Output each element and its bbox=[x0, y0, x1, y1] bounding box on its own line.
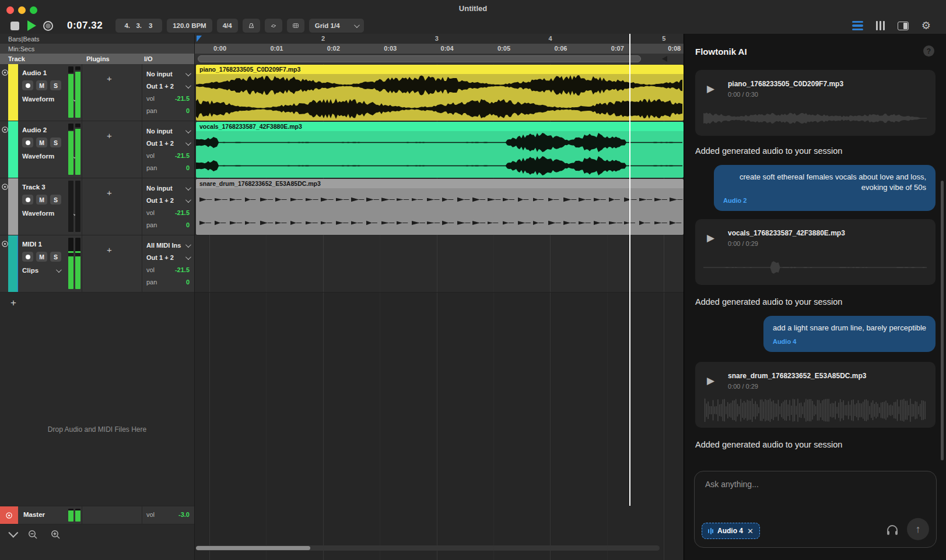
record-button[interactable] bbox=[43, 21, 53, 31]
play-icon[interactable]: ▶ bbox=[707, 375, 714, 387]
playhead[interactable] bbox=[629, 34, 630, 506]
timeline-scrollbar[interactable] bbox=[195, 54, 684, 64]
output-value: Out 1 + 2 bbox=[146, 197, 174, 204]
playback-marker-flag[interactable] bbox=[197, 36, 202, 42]
vol-value[interactable]: -21.5 bbox=[175, 95, 190, 102]
output-select[interactable]: Out 1 + 2 bbox=[146, 82, 190, 91]
record-enable-button[interactable] bbox=[22, 80, 33, 90]
clip-name-label[interactable]: vocals_1768233587_42F3880E.mp3 bbox=[196, 122, 684, 131]
mixer-view-button[interactable] bbox=[876, 21, 885, 30]
solo-button[interactable]: S bbox=[50, 195, 61, 205]
menu-button[interactable] bbox=[852, 21, 863, 30]
input-select[interactable]: All MIDI Ins bbox=[146, 241, 190, 250]
zoom-in-button[interactable] bbox=[51, 530, 61, 540]
record-enable-button[interactable] bbox=[22, 138, 33, 147]
input-value: No input bbox=[146, 128, 173, 135]
headphones-icon[interactable] bbox=[886, 524, 899, 536]
panel-scrollbar[interactable] bbox=[941, 181, 944, 460]
ruler-mode-seconds[interactable]: Min:Secs bbox=[0, 44, 194, 54]
mute-button[interactable]: M bbox=[36, 195, 47, 205]
midi-lane[interactable] bbox=[195, 235, 684, 293]
input-select[interactable]: No input bbox=[146, 69, 190, 79]
add-plugin-button[interactable]: + bbox=[107, 245, 112, 255]
help-button[interactable]: ? bbox=[923, 45, 934, 57]
stop-button[interactable] bbox=[10, 22, 19, 30]
pan-value[interactable]: 0 bbox=[186, 164, 190, 171]
mute-button[interactable]: M bbox=[36, 80, 47, 90]
side-panel-toggle-button[interactable] bbox=[898, 22, 909, 30]
track-header-audio-2[interactable]: Audio 2MSWaveform+No inputOut 1 + 2vol-2… bbox=[0, 121, 194, 178]
track-view-select[interactable]: Clips bbox=[22, 267, 60, 274]
pan-value[interactable]: 0 bbox=[186, 107, 190, 114]
input-select[interactable]: No input bbox=[146, 184, 190, 193]
output-select[interactable]: Out 1 + 2 bbox=[146, 196, 190, 205]
bars-ruler[interactable]: 2345 bbox=[195, 34, 684, 44]
chat-input-box[interactable]: Audio 4 ✕ ↑ bbox=[694, 471, 937, 548]
input-select[interactable]: No input bbox=[146, 126, 190, 136]
audio-waveform[interactable] bbox=[703, 106, 927, 131]
solo-button[interactable]: S bbox=[50, 138, 61, 147]
timeline-lanes[interactable]: piano_1768233505_C0D209F7.mp3 vocals_176… bbox=[195, 64, 684, 560]
add-plugin-button[interactable]: + bbox=[107, 188, 112, 198]
pan-value[interactable]: 0 bbox=[186, 221, 190, 228]
track-reference-link[interactable]: Audio 4 bbox=[773, 338, 796, 345]
clip-name-label[interactable]: piano_1768233505_C0D209F7.mp3 bbox=[196, 65, 684, 74]
track-reference-link[interactable]: Audio 2 bbox=[723, 197, 747, 204]
settings-gear-button[interactable]: ⚙ bbox=[922, 20, 931, 31]
track-header-midi-1[interactable]: MIDI 1MSClips+All MIDI InsOut 1 + 2vol-2… bbox=[0, 235, 194, 293]
master-vol-value[interactable]: -3.0 bbox=[178, 511, 190, 518]
position-display[interactable]: 4. 3. 3 bbox=[115, 19, 162, 33]
timeline-scrollbar-thumb[interactable] bbox=[198, 55, 641, 62]
add-track-button[interactable]: + bbox=[10, 297, 16, 309]
track-name[interactable]: Audio 1 bbox=[22, 69, 47, 76]
audio-clip-snare[interactable]: snare_drum_1768233652_E53A85DC.mp3 bbox=[196, 179, 684, 235]
clip-name-label[interactable]: snare_drum_1768233652_E53A85DC.mp3 bbox=[196, 179, 684, 188]
solo-button[interactable]: S bbox=[50, 80, 61, 90]
grid-resolution-select[interactable]: Grid 1/4 bbox=[309, 19, 364, 33]
zoom-out-button[interactable] bbox=[28, 530, 38, 540]
vol-value[interactable]: -21.5 bbox=[175, 209, 190, 216]
solo-button[interactable]: S bbox=[50, 252, 61, 262]
bpm-button[interactable]: 120.0 BPM bbox=[167, 19, 212, 33]
output-select[interactable]: Out 1 + 2 bbox=[146, 253, 190, 262]
context-chip-audio4[interactable]: Audio 4 ✕ bbox=[702, 523, 760, 539]
horizontal-scrollbar-thumb[interactable] bbox=[196, 546, 310, 550]
audio-waveform[interactable] bbox=[703, 255, 927, 280]
grid-view-button[interactable] bbox=[287, 19, 304, 33]
play-icon[interactable]: ▶ bbox=[707, 83, 714, 95]
add-plugin-button[interactable]: + bbox=[107, 73, 112, 83]
app-window: Untitled 0:07.32 4. 3. 3 120.0 BPM 4/4 G… bbox=[0, 0, 946, 560]
audio-waveform[interactable] bbox=[703, 398, 927, 422]
ruler-mode-bars[interactable]: Bars|Beats bbox=[0, 34, 194, 44]
track-name[interactable]: Audio 2 bbox=[22, 126, 47, 133]
add-plugin-button[interactable]: + bbox=[107, 131, 112, 140]
pan-value[interactable]: 0 bbox=[186, 279, 190, 286]
collapse-chevron-button[interactable] bbox=[8, 528, 18, 538]
chat-input[interactable] bbox=[704, 478, 926, 513]
audio-clip-vocals[interactable]: vocals_1768233587_42F3880E.mp3 bbox=[196, 122, 684, 178]
master-track-row[interactable]: Master vol -3.0 bbox=[0, 506, 194, 524]
time-signature-button[interactable]: 4/4 bbox=[217, 19, 238, 33]
record-enable-button[interactable] bbox=[22, 252, 33, 262]
mute-button[interactable]: M bbox=[36, 138, 47, 147]
track-name[interactable]: Track 3 bbox=[22, 184, 45, 191]
track-header-track-3[interactable]: Track 3MSWaveform+No inputOut 1 + 2vol-2… bbox=[0, 178, 194, 235]
send-button[interactable]: ↑ bbox=[907, 518, 929, 540]
track-header-audio-1[interactable]: Audio 1MSWaveform+No inputOut 1 + 2vol-2… bbox=[0, 64, 194, 121]
track-name[interactable]: MIDI 1 bbox=[22, 241, 42, 248]
seconds-ruler[interactable]: 0:000:010:020:030:040:050:060:070:08 bbox=[195, 44, 684, 54]
remove-chip-icon[interactable]: ✕ bbox=[747, 527, 754, 535]
loop-button[interactable] bbox=[265, 19, 282, 33]
record-enable-button[interactable] bbox=[22, 195, 33, 205]
horizontal-scrollbar[interactable] bbox=[196, 545, 660, 551]
vol-value[interactable]: -21.5 bbox=[175, 152, 190, 159]
mute-button[interactable]: M bbox=[36, 252, 47, 262]
chip-label: Audio 4 bbox=[717, 527, 743, 535]
metronome-button[interactable] bbox=[243, 19, 260, 33]
play-icon[interactable]: ▶ bbox=[707, 232, 714, 244]
output-select[interactable]: Out 1 + 2 bbox=[146, 139, 190, 148]
audio-clip-piano[interactable]: piano_1768233505_C0D209F7.mp3 bbox=[196, 65, 684, 121]
vol-value[interactable]: -21.5 bbox=[175, 266, 190, 273]
arrangement-timeline[interactable]: 2345 0:000:010:020:030:040:050:060:070:0… bbox=[194, 34, 684, 560]
play-button[interactable] bbox=[27, 20, 36, 31]
